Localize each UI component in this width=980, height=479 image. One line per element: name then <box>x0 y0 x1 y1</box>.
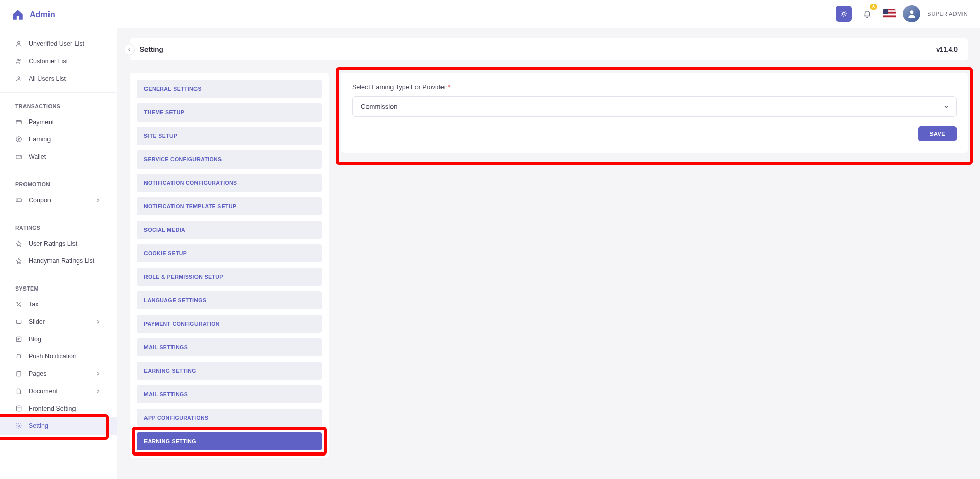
sidebar-item-push-notification[interactable]: Push Notification <box>0 348 117 365</box>
pages-icon <box>15 370 22 377</box>
sidebar-item-label: Push Notification <box>29 353 77 360</box>
star-icon <box>15 257 22 265</box>
svg-point-24 <box>910 10 914 14</box>
sidebar-item-blog[interactable]: Blog <box>0 330 117 348</box>
chevron-right-icon <box>94 318 102 325</box>
settings-tabs: GENERAL SETTINGSTHEME SETUPSITE SETUPSER… <box>130 73 329 458</box>
svg-rect-20 <box>883 14 896 15</box>
chevron-right-icon <box>94 370 102 377</box>
settings-panel-wrap: Select Earning Type For Provider * Commi… <box>341 73 968 153</box>
panel-actions: SAVE <box>352 126 957 141</box>
settings-tab[interactable]: NOTIFICATION CONFIGURATIONS <box>137 174 322 192</box>
settings-tab[interactable]: MAIL SETTINGS <box>137 338 322 356</box>
sidebar-item-label: Coupon <box>29 197 51 204</box>
settings-tab[interactable]: EARNING SETTING <box>137 432 322 450</box>
sidebar-item-label: Customer List <box>29 58 68 65</box>
user-avatar[interactable] <box>903 5 920 22</box>
brand-logo-icon <box>11 8 24 21</box>
sidebar-item-label: Blog <box>29 336 41 343</box>
sidebar-item-coupon[interactable]: Coupon <box>0 191 117 209</box>
sidebar-item-pages[interactable]: Pages <box>0 365 117 382</box>
sidebar-item-label: Wallet <box>29 153 46 160</box>
bell-icon <box>15 353 22 360</box>
blog-icon <box>15 336 22 343</box>
brand[interactable]: Admin <box>0 0 117 30</box>
chevron-left-icon <box>127 47 132 52</box>
layout-icon <box>15 405 22 412</box>
sidebar-item-wallet[interactable]: Wallet <box>0 148 117 165</box>
settings-tab[interactable]: EARNING SETTING <box>137 362 322 380</box>
sidebar-item-earning[interactable]: Earning <box>0 131 117 148</box>
settings-tab[interactable]: APP CONFIGURATIONS <box>137 409 322 427</box>
chevron-right-icon <box>94 388 102 395</box>
earning-type-label: Select Earning Type For Provider * <box>352 84 957 91</box>
sidebar-item-label: Unverified User List <box>29 40 84 47</box>
settings-tab[interactable]: ROLE & PERMISSION SETUP <box>137 268 322 286</box>
nav-group-system: SYSTEM Tax Slider Blog Push Notification… <box>0 275 117 440</box>
svg-rect-6 <box>16 155 22 159</box>
notification-badge: 3 <box>870 4 877 10</box>
main: 3 SUPER ADMIN Setting v11.4.0 <box>117 0 980 479</box>
nav-heading-transactions: TRANSACTIONS <box>0 98 117 113</box>
earning-setting-panel: Select Earning Type For Provider * Commi… <box>341 73 968 153</box>
card-icon <box>15 118 22 126</box>
svg-point-8 <box>17 302 18 303</box>
svg-rect-7 <box>16 199 22 202</box>
sidebar-item-label: Setting <box>29 422 48 429</box>
sidebar-item-slider[interactable]: Slider <box>0 313 117 330</box>
sidebar-item-tax[interactable]: Tax <box>0 296 117 313</box>
brand-name: Admin <box>30 10 55 19</box>
sun-icon <box>840 10 848 18</box>
notifications-button[interactable]: 3 <box>859 6 875 22</box>
sidebar-collapse-button[interactable] <box>124 44 135 55</box>
settings-tab[interactable]: PAYMENT CONFIGURATION <box>137 315 322 333</box>
settings-tab[interactable]: GENERAL SETTINGS <box>137 80 322 98</box>
svg-rect-4 <box>16 121 22 124</box>
svg-point-0 <box>18 41 20 44</box>
sidebar-item-customer-list[interactable]: Customer List <box>0 53 117 70</box>
chevron-right-icon <box>94 197 102 204</box>
settings-tab[interactable]: THEME SETUP <box>137 103 322 122</box>
content: GENERAL SETTINGSTHEME SETUPSITE SETUPSER… <box>117 60 980 470</box>
gear-icon <box>15 422 22 429</box>
sidebar-item-label: Document <box>29 388 58 395</box>
sidebar-item-frontend-setting[interactable]: Frontend Setting <box>0 400 117 417</box>
settings-tab[interactable]: COOKIE SETUP <box>137 244 322 262</box>
sidebar-item-payment[interactable]: Payment <box>0 113 117 131</box>
nav-group-transactions: TRANSACTIONS Payment Earning Wallet <box>0 93 117 171</box>
svg-point-9 <box>20 305 21 306</box>
percent-icon <box>15 301 22 308</box>
svg-point-15 <box>842 12 845 15</box>
svg-point-14 <box>18 425 20 427</box>
earning-type-select[interactable]: Commission <box>352 96 957 117</box>
user-icon <box>15 40 22 47</box>
sidebar-item-setting[interactable]: Setting <box>0 417 117 435</box>
coupon-icon <box>15 197 22 204</box>
sidebar-item-label: User Ratings List <box>29 240 77 247</box>
sidebar-item-label: Tax <box>29 301 38 308</box>
svg-point-2 <box>19 60 21 61</box>
sidebar-item-user-ratings[interactable]: User Ratings List <box>0 235 117 252</box>
star-icon <box>15 240 22 247</box>
settings-tab[interactable]: MAIL SETTINGS <box>137 385 322 403</box>
settings-tab[interactable]: SOCIAL MEDIA <box>137 221 322 239</box>
language-flag[interactable] <box>883 9 896 18</box>
settings-tab[interactable]: SITE SETUP <box>137 127 322 145</box>
save-button[interactable]: SAVE <box>918 126 957 141</box>
label-text: Select Earning Type For Provider <box>352 84 446 91</box>
settings-tab[interactable]: NOTIFICATION TEMPLATE SETUP <box>137 197 322 215</box>
sidebar-item-label: Frontend Setting <box>29 405 76 412</box>
page-title: Setting <box>140 45 163 53</box>
sidebar-item-unverified-user[interactable]: Unverified User List <box>0 35 117 53</box>
svg-rect-10 <box>16 320 21 324</box>
theme-toggle-button[interactable] <box>836 6 852 22</box>
settings-tab[interactable]: LANGUAGE SETTINGS <box>137 291 322 309</box>
settings-tab[interactable]: SERVICE CONFIGURATIONS <box>137 150 322 169</box>
svg-rect-13 <box>16 406 21 411</box>
sidebar-item-handyman-ratings[interactable]: Handyman Ratings List <box>0 252 117 270</box>
sidebar-item-label: Earning <box>29 136 51 143</box>
sidebar-item-all-users[interactable]: All Users List <box>0 70 117 87</box>
users-icon <box>15 58 22 65</box>
topbar: 3 SUPER ADMIN <box>117 0 980 28</box>
sidebar-item-document[interactable]: Document <box>0 382 117 400</box>
